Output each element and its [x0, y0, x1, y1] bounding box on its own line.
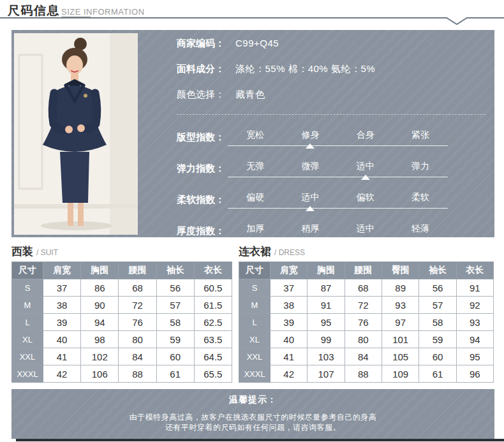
table-title: 连衣裙/ DRESS: [239, 244, 494, 257]
measurement-cell: 91: [456, 279, 493, 297]
index-option-label: 适中: [301, 192, 319, 202]
index-option-label: 偏硬: [246, 192, 264, 202]
measurement-cell: 61: [156, 365, 194, 383]
active-indicator-triangle-icon: [361, 175, 370, 180]
measurement-cell: 72: [119, 297, 156, 314]
size-label-cell: M: [239, 297, 271, 314]
column-header: 袖长: [156, 262, 194, 279]
measurement-cell: 97: [382, 314, 419, 331]
index-label: 弹力指数：: [177, 163, 228, 177]
index-option-label: 轻薄: [411, 223, 429, 233]
product-details: 商家编码：C99+Q45 面料成分：涤纶：55% 棉：40% 氨纶：5% 颜色选…: [177, 38, 491, 240]
size-label-cell: XXL: [12, 348, 43, 365]
measurement-cell: 96: [456, 365, 493, 383]
measurement-cell: 91: [308, 297, 345, 314]
measurement-cell: 61: [419, 365, 456, 383]
index-option: 适中: [283, 192, 337, 208]
index-option: 偏硬: [228, 192, 283, 208]
tips-panel: 温馨提示： 由于模特身高过高，故客户在挑选衣服尺寸的时候尽量参考自己的身高还有平…: [11, 389, 494, 439]
field-label: 商家编码：: [177, 38, 232, 50]
index-option: 轻薄: [393, 223, 448, 239]
active-indicator-triangle-icon: [306, 144, 315, 149]
size-label-cell: XL: [239, 331, 271, 348]
measurement-cell: 40: [43, 331, 81, 348]
index-option: 稍厚: [283, 223, 337, 239]
index-label: 厚度指数：: [177, 225, 228, 240]
measurement-cell: 105: [382, 348, 419, 365]
index-option: 合身: [338, 129, 393, 145]
measurement-cell: 84: [119, 348, 156, 365]
measurement-cell: 57: [156, 297, 194, 314]
table-row: XXXL42106886165.5: [12, 365, 232, 383]
table-title-cn: 西装: [11, 246, 33, 258]
measurement-cell: 94: [456, 331, 493, 348]
measurement-cell: 95: [456, 348, 493, 365]
table-title-en: / DRESS: [274, 248, 305, 257]
model-in-navy-suit-illustration: [14, 33, 138, 235]
table-row: L399576975893: [239, 314, 494, 331]
product-fields: 商家编码：C99+Q45 面料成分：涤纶：55% 棉：40% 氨纶：5% 颜色选…: [177, 38, 491, 100]
column-header: 腰围: [119, 262, 156, 279]
size-tables-area: 西装/ SUIT 尺寸肩宽胸围腰围袖长衣长 S3786685660.5M3890…: [11, 244, 494, 383]
measurement-cell: 42: [43, 365, 81, 383]
measurement-cell: 101: [382, 331, 419, 348]
column-header: 肩宽: [271, 262, 308, 279]
size-label-cell: XXXL: [12, 365, 43, 383]
measurement-cell: 60.5: [194, 279, 232, 297]
measurement-cell: 40: [271, 331, 308, 348]
size-table-block: 连衣裙/ DRESS 尺寸肩宽胸围腰围臀围袖长衣长 S378768895691M…: [239, 244, 494, 383]
size-label-cell: XXXL: [239, 365, 271, 383]
table-row: S378768895691: [239, 279, 494, 297]
measurement-cell: 76: [119, 314, 156, 331]
index-label: 柔软指数：: [177, 194, 228, 209]
table-row: M3890725761.5: [12, 297, 232, 314]
measurement-cell: 90: [81, 297, 119, 314]
index-option: 修身: [283, 129, 337, 145]
measurement-cell: 61.5: [194, 297, 232, 314]
measurement-cell: 68: [119, 279, 156, 297]
index-option-label: 柔软: [411, 192, 429, 202]
measurement-cell: 39: [271, 314, 308, 331]
column-header: 衣长: [194, 262, 232, 279]
measurement-cell: 63.5: [194, 331, 232, 348]
measurement-cell: 99: [308, 331, 345, 348]
table-row: XXL41102846064.5: [12, 348, 232, 365]
header-divider: [0, 17, 504, 26]
index-option: 无弹: [228, 161, 283, 177]
size-label-cell: XL: [12, 331, 43, 348]
size-label-cell: L: [239, 314, 271, 331]
measurement-cell: 64.5: [194, 348, 232, 365]
measurement-cell: 95: [308, 314, 345, 331]
index-option: 紧张: [393, 129, 448, 145]
index-option-label: 修身: [301, 129, 319, 140]
measurement-cell: 38: [43, 297, 81, 314]
measurement-cell: 84: [345, 348, 382, 365]
index-option-label: 弹力: [411, 161, 429, 171]
table-row: S3786685660.5: [12, 279, 232, 297]
tips-line: 还有平时穿着的尺码如有任何问题，请咨询客服。: [11, 422, 494, 432]
column-header: 尺寸: [239, 262, 271, 279]
index-scale: 偏硬适中偏软柔软: [228, 192, 448, 209]
product-field-row: 商家编码：C99+Q45: [177, 38, 491, 49]
column-header: 胸围: [308, 262, 345, 279]
index-option: 偏软: [338, 192, 393, 208]
measurement-cell: 88: [119, 365, 156, 383]
index-scale: 加厚稍厚适中轻薄: [228, 223, 448, 240]
size-label-cell: M: [12, 297, 43, 314]
column-header: 肩宽: [43, 262, 81, 279]
index-option-label: 适中: [357, 223, 374, 233]
measurement-cell: 93: [382, 297, 419, 314]
size-label-cell: XXL: [239, 348, 271, 365]
measurement-cell: 98: [81, 331, 119, 348]
index-option: 微弹: [283, 161, 337, 177]
dashed-divider: [177, 114, 485, 115]
measurement-cell: 88: [345, 365, 382, 383]
index-label: 版型指数：: [177, 131, 228, 146]
measurement-cell: 103: [308, 348, 345, 365]
page-subtitle: SIZE INFORMATION: [61, 7, 145, 17]
table-title: 西装/ SUIT: [11, 244, 232, 257]
size-label-cell: L: [12, 314, 43, 331]
measurement-cell: 93: [456, 314, 493, 331]
measurement-cell: 87: [308, 279, 345, 297]
measurement-cell: 106: [81, 365, 119, 383]
